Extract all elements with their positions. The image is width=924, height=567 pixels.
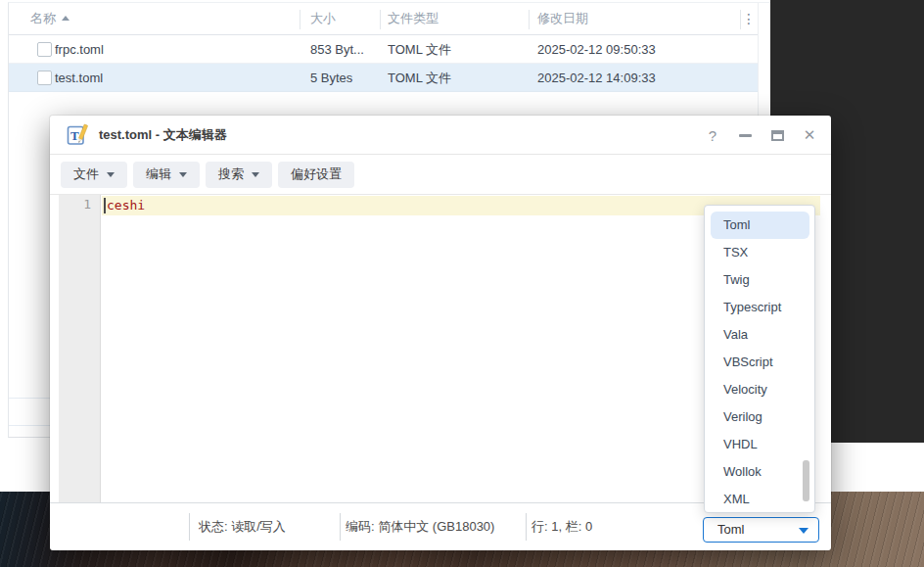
column-label: 文件类型	[388, 11, 439, 25]
language-option-vbscript[interactable]: VBScript	[705, 349, 814, 376]
sort-ascending-icon	[62, 16, 69, 21]
language-option-wollok[interactable]: Wollok	[705, 458, 814, 486]
text-editor-app-icon: T	[66, 123, 89, 147]
maximize-button[interactable]	[769, 127, 785, 143]
language-dropdown-menu: Toml TSX Twig Typescript Vala VBScript V…	[704, 205, 815, 513]
file-type: TOML 文件	[388, 35, 451, 64]
column-label: 修改日期	[537, 11, 588, 25]
divider	[526, 513, 527, 541]
status-state: 状态: 读取/写入	[199, 518, 286, 536]
file-size: 853 Byt...	[310, 35, 364, 64]
maximize-icon	[771, 130, 784, 141]
column-header-modified[interactable]: 修改日期	[537, 3, 588, 34]
chevron-down-icon	[107, 172, 115, 177]
column-divider[interactable]	[529, 10, 530, 29]
column-label: 名称	[30, 11, 56, 25]
file-size: 5 Bytes	[310, 64, 352, 92]
table-row[interactable]: frpc.toml 853 Byt... TOML 文件 2025-02-12 …	[9, 35, 758, 64]
menu-label: 搜索	[218, 165, 244, 183]
file-name: test.toml	[55, 64, 103, 92]
status-encoding: 编码: 简体中文 (GB18030)	[346, 518, 494, 536]
language-option-vala[interactable]: Vala	[705, 321, 814, 349]
menu-label: 偏好设置	[291, 165, 342, 183]
column-header-filetype[interactable]: 文件类型	[388, 3, 439, 34]
column-header-size[interactable]: 大小	[310, 3, 336, 34]
language-option-verilog[interactable]: Verilog	[705, 403, 814, 431]
file-modified: 2025-02-12 14:09:33	[537, 64, 656, 92]
language-option-velocity[interactable]: Velocity	[705, 376, 814, 403]
menu-edit[interactable]: 编辑	[133, 162, 200, 188]
window-controls: ? ✕	[705, 116, 817, 155]
language-option-tsx[interactable]: TSX	[705, 239, 814, 266]
language-option-twig[interactable]: Twig	[705, 266, 814, 294]
column-divider[interactable]	[300, 10, 300, 29]
status-cursor-position: 行: 1, 栏: 0	[531, 518, 592, 536]
file-list-header: 名称 大小 文件类型 修改日期 ⋮	[9, 3, 758, 35]
language-option-vhdl[interactable]: VHDL	[705, 431, 814, 458]
row-checkbox[interactable]	[37, 42, 52, 57]
window-titlebar[interactable]: T test.toml - 文本编辑器 ? ✕	[50, 116, 831, 155]
chevron-down-icon	[799, 528, 808, 534]
text-editor-window: T test.toml - 文本编辑器 ? ✕ 文件 编辑	[50, 116, 831, 550]
divider	[189, 513, 190, 541]
chevron-down-icon	[179, 172, 187, 177]
menu-file[interactable]: 文件	[61, 162, 127, 188]
line-number-gutter: 1	[59, 195, 101, 502]
language-option-toml[interactable]: Toml	[711, 212, 809, 239]
file-type: TOML 文件	[388, 64, 451, 92]
code-text: ceshi	[107, 196, 145, 215]
menu-search[interactable]: 搜索	[206, 162, 272, 188]
language-option-xml[interactable]: XML	[705, 486, 814, 513]
column-options-icon[interactable]: ⋮	[740, 9, 758, 29]
window-title: test.toml - 文本编辑器	[99, 126, 227, 144]
menu-label: 文件	[73, 165, 99, 183]
column-divider[interactable]	[380, 10, 381, 29]
divider	[340, 513, 341, 541]
column-label: 大小	[310, 11, 336, 25]
text-cursor	[104, 198, 106, 213]
language-select-value: Toml	[717, 518, 744, 542]
chevron-down-icon	[252, 172, 259, 177]
dropdown-scrollbar-thumb[interactable]	[803, 460, 809, 501]
language-select[interactable]: Toml	[703, 517, 819, 543]
file-name: frpc.toml	[55, 35, 104, 64]
menu-preferences[interactable]: 偏好设置	[278, 162, 354, 188]
row-checkbox[interactable]	[37, 71, 52, 85]
language-option-typescript[interactable]: Typescript	[705, 294, 814, 321]
help-button[interactable]: ?	[705, 127, 720, 143]
column-header-name[interactable]: 名称	[30, 3, 69, 34]
file-modified: 2025-02-12 09:50:33	[537, 35, 656, 64]
menu-label: 编辑	[146, 165, 171, 183]
svg-text:T: T	[70, 128, 79, 143]
table-row-selected[interactable]: test.toml 5 Bytes TOML 文件 2025-02-12 14:…	[9, 64, 758, 92]
minimize-button[interactable]	[737, 127, 753, 143]
close-button[interactable]: ✕	[802, 127, 817, 143]
desktop-screen: 名称 大小 文件类型 修改日期 ⋮ frpc.toml 853 Byt... T…	[0, 0, 924, 567]
editor-menubar: 文件 编辑 搜索 偏好设置	[50, 155, 831, 195]
minimize-icon	[739, 134, 752, 137]
line-number: 1	[83, 197, 91, 212]
